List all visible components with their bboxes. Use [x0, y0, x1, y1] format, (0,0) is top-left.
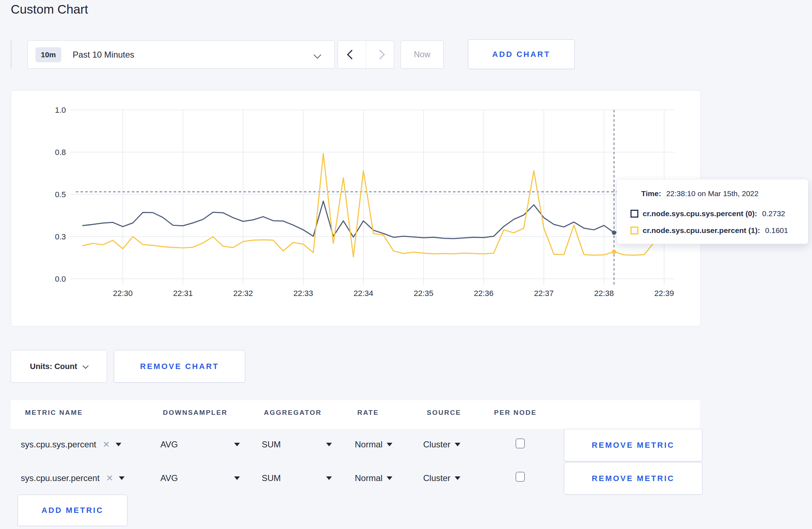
source-select[interactable]: Cluster [423, 440, 460, 450]
col-rate: RATE [357, 409, 379, 417]
rate-select[interactable]: Normal [355, 440, 392, 450]
downsampler-value: AVG [160, 440, 178, 450]
series-swatch-user-icon [630, 227, 638, 234]
source-select[interactable]: Cluster [423, 473, 460, 483]
col-aggregator: AGGREGATOR [264, 409, 322, 417]
metrics-table-header: METRIC NAME DOWNSAMPLER AGGREGATOR RATE … [11, 400, 700, 429]
aggregator-select[interactable]: SUM [262, 473, 332, 483]
dropdown-arrow-icon [119, 476, 125, 480]
next-time-button[interactable] [366, 41, 394, 68]
metric-name-select[interactable]: sys.cpu.user.percent ✕ [21, 473, 125, 483]
tooltip-series-name: cr.node.sys.cpu.sys.percent (0): [643, 209, 757, 218]
downsampler-select[interactable]: AVG [160, 440, 240, 450]
dropdown-arrow-icon [326, 443, 332, 446]
chevron-right-icon [375, 50, 385, 59]
add-chart-button[interactable]: ADD CHART [468, 39, 575, 69]
rate-value: Normal [355, 473, 382, 483]
source-value: Cluster [423, 440, 450, 450]
units-select[interactable]: Units: Count [11, 350, 107, 383]
remove-metric-button[interactable]: REMOVE METRIC [564, 462, 702, 495]
aggregator-select[interactable]: SUM [262, 440, 332, 450]
col-metric-name: METRIC NAME [25, 409, 83, 417]
remove-metric-button[interactable]: REMOVE METRIC [564, 429, 702, 461]
chevron-left-icon [347, 50, 357, 59]
time-range-select[interactable]: 10m Past 10 Minutes [28, 40, 335, 69]
downsampler-value: AVG [160, 473, 178, 483]
tooltip-time-label: Time: [641, 189, 661, 198]
tooltip-series-row: cr.node.sys.cpu.sys.percent (0): 0.2732 [630, 209, 785, 218]
time-pager [338, 40, 394, 69]
now-button[interactable]: Now [401, 40, 444, 69]
chart-card[interactable] [11, 90, 701, 326]
series-swatch-sys-icon [630, 210, 638, 218]
add-metric-button[interactable]: ADD METRIC [18, 495, 127, 526]
metric-name-value: sys.cpu.user.percent [21, 473, 100, 483]
remove-chart-button[interactable]: REMOVE CHART [114, 350, 245, 383]
tooltip-series-row: cr.node.sys.cpu.user.percent (1): 0.1601 [630, 226, 788, 235]
dropdown-arrow-icon [234, 443, 240, 446]
chevron-down-icon [83, 363, 89, 369]
rate-value: Normal [355, 440, 382, 450]
per-node-checkbox[interactable] [516, 438, 525, 448]
metric-name-value: sys.cpu.sys.percent [21, 440, 96, 450]
dropdown-arrow-icon [455, 476, 460, 480]
col-source: SOURCE [427, 409, 461, 417]
clear-metric-icon[interactable]: ✕ [106, 473, 113, 483]
tooltip-time-value: 22:38:10 on Mar 15th, 2022 [666, 189, 759, 198]
tooltip-series-value: 0.1601 [765, 226, 788, 235]
downsampler-select[interactable]: AVG [160, 473, 240, 483]
tooltip-series-name: cr.node.sys.cpu.user.percent (1): [643, 226, 760, 235]
metric-name-select[interactable]: sys.cpu.sys.percent ✕ [21, 440, 121, 450]
units-label: Units: Count [30, 362, 77, 371]
col-downsampler: DOWNSAMPLER [163, 409, 228, 417]
dropdown-arrow-icon [455, 443, 460, 446]
chevron-down-icon [314, 51, 321, 59]
time-range-label: Past 10 Minutes [73, 50, 134, 60]
clear-metric-icon[interactable]: ✕ [103, 440, 110, 450]
chart-tooltip: Time: 22:38:10 on Mar 15th, 2022 cr.node… [617, 179, 808, 244]
dropdown-arrow-icon [234, 476, 240, 480]
page-title: Custom Chart [11, 2, 88, 16]
per-node-checkbox[interactable] [516, 472, 525, 482]
dropdown-arrow-icon [387, 443, 392, 446]
dropdown-arrow-icon [116, 443, 121, 446]
aggregator-value: SUM [262, 440, 281, 450]
source-value: Cluster [423, 473, 450, 483]
dropdown-arrow-icon [387, 476, 392, 480]
custom-chart-page: Custom Chart 10m Past 10 Minutes Now ADD… [0, 0, 812, 529]
toolbar-divider [11, 40, 11, 68]
tooltip-time-row: Time: 22:38:10 on Mar 15th, 2022 [641, 189, 759, 198]
prev-time-button[interactable] [338, 41, 366, 68]
tooltip-series-value: 0.2732 [762, 209, 785, 218]
dropdown-arrow-icon [326, 476, 332, 480]
aggregator-value: SUM [262, 473, 281, 483]
col-per-node: PER NODE [494, 409, 537, 417]
time-range-badge: 10m [35, 47, 61, 62]
rate-select[interactable]: Normal [355, 473, 392, 483]
